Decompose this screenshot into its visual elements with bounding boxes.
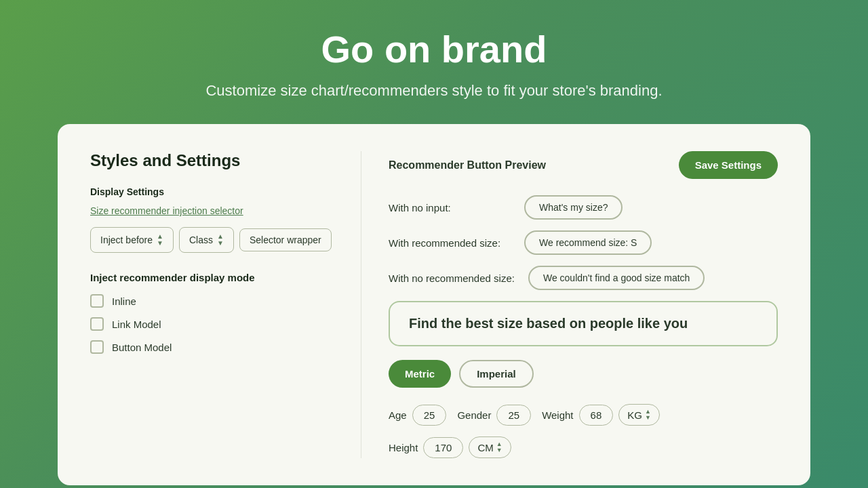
left-panel: Styles and Settings Display Settings Siz… xyxy=(90,151,361,458)
preview-row-no-recommended: With no recommended size: We couldn't fi… xyxy=(389,266,778,290)
height-unit-box[interactable]: CM ▲▼ xyxy=(469,436,511,458)
imperial-toggle-button[interactable]: Imperial xyxy=(459,360,534,388)
metric-toggle-button[interactable]: Metric xyxy=(389,360,451,388)
checkbox-inline-label: Inline xyxy=(112,296,136,307)
recommend-size-button[interactable]: We recommend size: S xyxy=(524,230,652,255)
whats-my-size-button[interactable]: What's my size? xyxy=(524,195,623,220)
recommended-label: With recommended size: xyxy=(389,237,511,249)
checkbox-button-model-box[interactable] xyxy=(90,340,104,354)
height-stat: Height 170 CM ▲▼ xyxy=(389,436,511,458)
selector-wrapper-label: Selector wrapper xyxy=(250,235,321,245)
age-label: Age xyxy=(389,409,407,421)
main-card: Styles and Settings Display Settings Siz… xyxy=(58,124,810,485)
inject-before-arrows: ▲▼ xyxy=(157,233,163,247)
save-settings-button[interactable]: Save Settings xyxy=(679,151,778,179)
weight-unit-label: KG xyxy=(627,409,642,421)
inject-before-selector[interactable]: Inject before ▲▼ xyxy=(90,227,174,253)
height-label: Height xyxy=(389,442,418,453)
height-unit-arrows: ▲▼ xyxy=(496,441,502,453)
recommender-banner: Find the best size based on people like … xyxy=(389,301,778,346)
gender-value[interactable]: 25 xyxy=(496,405,531,426)
checkbox-button-model-label: Button Model xyxy=(112,342,172,353)
selector-row: Inject before ▲▼ Class ▲▼ Selector wrapp… xyxy=(90,227,334,253)
no-match-button[interactable]: We couldn't find a good size match xyxy=(528,266,705,290)
checkbox-link-model-box[interactable] xyxy=(90,317,104,331)
right-panel: Recommender Button Preview Save Settings… xyxy=(389,151,778,458)
unit-toggle-row: Metric Imperial xyxy=(389,360,778,388)
hero-title: Go on brand xyxy=(321,27,547,71)
checkbox-button-model[interactable]: Button Model xyxy=(90,340,334,354)
height-unit-label: CM xyxy=(477,442,493,453)
inject-before-label: Inject before xyxy=(100,235,153,245)
checkbox-inline-box[interactable] xyxy=(90,294,104,308)
no-input-label: With no input: xyxy=(389,202,511,214)
inject-mode-title: Inject recommender display mode xyxy=(90,272,334,283)
age-value[interactable]: 25 xyxy=(412,405,447,426)
hero-subtitle: Customize size chart/recommenders style … xyxy=(205,82,662,100)
gender-label: Gender xyxy=(457,409,491,421)
class-arrows: ▲▼ xyxy=(217,233,224,247)
checkbox-inline[interactable]: Inline xyxy=(90,294,334,308)
right-header: Recommender Button Preview Save Settings xyxy=(389,151,778,179)
gender-stat: Gender 25 xyxy=(457,405,531,426)
stats-row: Age 25 Gender 25 Weight 68 KG ▲▼ Height … xyxy=(389,404,778,458)
weight-value[interactable]: 68 xyxy=(579,405,614,426)
preview-row-recommended: With recommended size: We recommend size… xyxy=(389,230,778,255)
panel-title: Styles and Settings xyxy=(90,151,334,170)
checkbox-link-model-label: Link Model xyxy=(112,319,161,330)
weight-label: Weight xyxy=(542,409,573,421)
weight-unit-box[interactable]: KG ▲▼ xyxy=(618,404,660,426)
no-recommended-label: With no recommended size: xyxy=(389,272,515,284)
preview-row-no-input: With no input: What's my size? xyxy=(389,195,778,220)
checkbox-link-model[interactable]: Link Model xyxy=(90,317,334,331)
age-stat: Age 25 xyxy=(389,405,446,426)
injection-selector-link[interactable]: Size recommender injection selector xyxy=(90,205,334,216)
weight-unit-arrows: ▲▼ xyxy=(645,409,651,421)
height-value[interactable]: 170 xyxy=(423,437,463,458)
display-settings-label: Display Settings xyxy=(90,186,334,197)
weight-stat: Weight 68 KG ▲▼ xyxy=(542,404,660,426)
class-label: Class xyxy=(189,235,213,245)
class-selector[interactable]: Class ▲▼ xyxy=(179,227,234,253)
preview-title: Recommender Button Preview xyxy=(389,159,546,171)
selector-wrapper-pill[interactable]: Selector wrapper xyxy=(239,228,332,251)
